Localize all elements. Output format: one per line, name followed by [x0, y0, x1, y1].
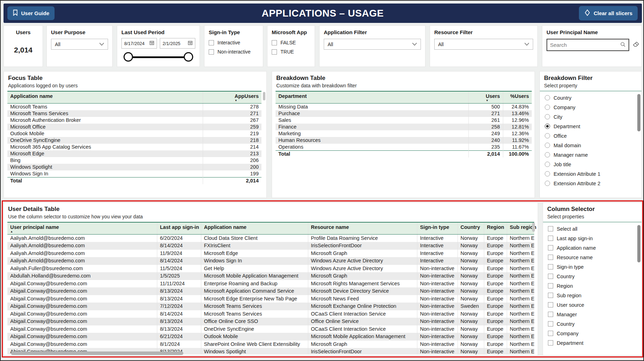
scrollbar-thumb[interactable] [637, 225, 640, 262]
table-row[interactable]: Missing Data50024.83% [276, 104, 532, 111]
checkbox-option-non-interactive[interactable]: Non-interactive [204, 47, 263, 56]
scrollbar-thumb[interactable] [263, 92, 265, 100]
column-header-sign-in-type[interactable]: Sign-in type [417, 222, 457, 235]
radio-option-mail-domain[interactable]: Mail domain [540, 141, 642, 150]
table-row[interactable]: Windows Spotlight200 [7, 164, 261, 170]
table-cell: 8/13/2024 [157, 295, 201, 303]
horizontal-scrollbar-thumb[interactable] [11, 351, 183, 355]
radio-option-city[interactable]: City [540, 112, 642, 122]
table-row[interactable]: Bing206 [7, 157, 261, 164]
table-row[interactable]: Windows Sign In199 [7, 170, 261, 178]
table-cell: Europe [484, 272, 507, 280]
table-row[interactable]: Abigail.Conway@bsuredemo.com6/21/2024Out… [7, 333, 534, 341]
checkbox-option-department[interactable]: Department [543, 338, 642, 348]
table-cell: Outlook Mobile [7, 130, 203, 137]
radio-option-company[interactable]: Company [540, 102, 642, 112]
column-header-pct-users[interactable]: %Users [503, 91, 532, 104]
application-filter-dropdown[interactable]: All [324, 39, 421, 50]
checkbox-option-user-source[interactable]: User source [543, 300, 642, 310]
table-row[interactable]: Microsoft Office259 [7, 124, 261, 130]
table-row[interactable]: Sales26112.96% [276, 117, 532, 124]
table-row[interactable]: Abigail.Conway@bsuredemo.com8/13/2024Mic… [7, 287, 534, 295]
table-row[interactable]: Abigail.Conway@bsuredemo.com8/14/2024Mic… [7, 310, 534, 318]
slider-track[interactable] [128, 56, 189, 58]
column-header-resource-name[interactable]: Resource name [308, 222, 417, 235]
checkbox-option-interactive[interactable]: Interactive [204, 38, 263, 47]
resource-filter-value: All [438, 42, 444, 47]
clear-all-slicers-button[interactable]: Clear all slicers [579, 6, 638, 20]
table-row[interactable]: Aaliyah.Arnold@bsuredemo.com11/9/2024Mic… [7, 250, 534, 257]
checkbox-option-resource-name[interactable]: Resource name [543, 253, 642, 262]
checkbox-option-false[interactable]: FALSE [267, 38, 315, 47]
radio-option-country[interactable]: Country [540, 93, 642, 102]
column-header-region[interactable]: Region [484, 222, 507, 235]
table-cell: Abigail.Conway@bsuredemo.com [7, 280, 157, 288]
scrollbar-thumb[interactable] [637, 94, 640, 131]
table-row[interactable]: Abigail.Conway@bsuredemo.com8/13/2024One… [7, 325, 534, 333]
table-row[interactable]: Human Resources24011.92% [276, 137, 532, 144]
checkbox-option-application-name[interactable]: Application name [543, 243, 642, 253]
option-label: Extension Attribute 1 [554, 171, 600, 177]
table-row[interactable]: Microsoft 365 App Catalog Services214 [7, 144, 261, 150]
table-row[interactable]: Microsoft Teams278 [7, 104, 261, 111]
column-header-appusers[interactable]: AppUsers▼ [203, 91, 261, 104]
table-row[interactable]: Aaliyah.Arnold@bsuredemo.com8/14/2024FXI… [7, 242, 534, 250]
table-row[interactable]: Purchace27113.46% [276, 110, 532, 117]
column-header-application-name[interactable]: Application name [201, 222, 308, 235]
table-row[interactable]: Microsoft Teams Services271 [7, 110, 261, 117]
user-guide-button[interactable]: User Guide [7, 6, 55, 20]
checkbox-option-sub-region[interactable]: Sub region [543, 291, 642, 300]
column-header-country[interactable]: Country [457, 222, 484, 235]
radio-option-extension-attribute-1[interactable]: Extension Attribute 1 [540, 169, 642, 179]
column-header-application-name[interactable]: Application name [7, 91, 203, 104]
column-header-users[interactable]: Users▼ [468, 91, 503, 104]
checkbox-option-company[interactable]: Company [543, 329, 642, 338]
radio-option-job-title[interactable]: Job title [540, 160, 642, 169]
table-cell: Northern Europe [507, 333, 534, 341]
slider-handle-end[interactable] [184, 52, 193, 62]
column-header-user-principal-name[interactable]: User principal name▲ [7, 222, 157, 235]
table-cell: Aaliyah.Fuller@bsuredemo.com [7, 265, 157, 273]
table-row[interactable]: Aaliyah.Arnold@bsuredemo.com8/14/2024Win… [7, 257, 534, 265]
end-date-field[interactable]: 2/1/2025 [160, 38, 195, 49]
table-row[interactable]: Abigail.Conway@bsuredemo.com11/11/2024En… [7, 280, 534, 288]
table-row[interactable]: Aaliyah.Fuller@bsuredemo.com11/5/2024Get… [7, 265, 534, 273]
table-row[interactable]: Abdullah.Holland@bsuredemo.com1/5/2025Mi… [7, 272, 534, 280]
resource-filter-dropdown[interactable]: All [434, 39, 533, 50]
upn-search-box [547, 39, 629, 51]
table-row[interactable]: Outlook Mobile219 [7, 130, 261, 137]
table-row[interactable]: Abigail.Conway@bsuredemo.com8/13/2024Mic… [7, 295, 534, 303]
column-header-last-app-sign-in[interactable]: Last app sign-in [157, 222, 201, 235]
start-date-field[interactable]: 8/17/2024 [121, 38, 157, 49]
radio-option-manager-name[interactable]: Manager name [540, 150, 642, 160]
table-row[interactable]: Aaliyah.Arnold@bsuredemo.com6/20/2024Clo… [7, 235, 534, 242]
table-row[interactable]: Microsoft Edge213 [7, 150, 261, 157]
user-purpose-dropdown[interactable]: All [51, 39, 108, 50]
slider-handle-start[interactable] [124, 52, 133, 62]
checkbox-option-region[interactable]: Region [543, 281, 642, 291]
table-row[interactable]: Abigail.Conway@bsuredemo.com8/13/2024Off… [7, 318, 534, 325]
table-row[interactable]: Microsoft Authentication Broker267 [7, 117, 261, 124]
radio-option-office[interactable]: Office [540, 131, 642, 141]
eraser-icon[interactable] [633, 42, 639, 48]
table-row[interactable]: OneDrive SyncEngine218 [7, 137, 261, 144]
scrollbar-thumb[interactable] [532, 223, 535, 232]
checkbox-option-sign-in-type[interactable]: Sign-in type [543, 262, 642, 272]
table-row[interactable]: Abigail.Conway@bsuredemo.com8/1/2024Shar… [7, 341, 534, 348]
table-row[interactable]: Abigail.Conway@bsuredemo.com7/12/2024Mic… [7, 303, 534, 310]
checkbox-option-true[interactable]: TRUE [267, 47, 315, 56]
checkbox-option-last-app-sign-in[interactable]: Last app sign-in [543, 234, 642, 243]
checkbox-option-country[interactable]: Country [543, 319, 642, 329]
table-row[interactable]: Operations23511.67% [276, 144, 532, 151]
calendar-icon [188, 41, 192, 46]
radio-option-department[interactable]: Department [540, 122, 642, 131]
table-row[interactable]: Finance25812.81% [276, 124, 532, 130]
radio-option-extension-attribute-2[interactable]: Extension Attribute 2 [540, 179, 642, 188]
checkbox-option-country[interactable]: Country [543, 272, 642, 281]
checkbox-option-select-all[interactable]: Select all [543, 224, 642, 234]
checkbox-option-manager[interactable]: Manager [543, 310, 642, 319]
column-header-department[interactable]: Department [276, 91, 468, 104]
column-header-sub-region[interactable]: Sub region [507, 222, 534, 235]
search-input[interactable] [550, 42, 620, 48]
table-row[interactable]: Marketing24912.36% [276, 130, 532, 137]
